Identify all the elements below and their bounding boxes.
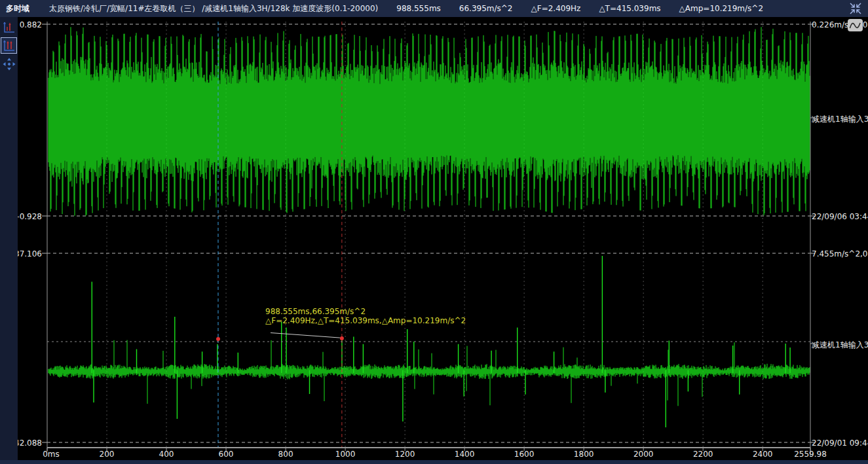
- bottom-strip: [0, 460, 868, 464]
- pan-move-tool-icon[interactable]: [1, 56, 17, 72]
- measurement-point-path: 太原钢铁/冷轧厂/宽幅/11#左卷取机（三） /减速机1轴输入3H/128k 加…: [49, 3, 378, 14]
- dual-cursor-waveform-tool-icon[interactable]: [1, 37, 17, 54]
- toolbar-sidebar: [0, 17, 18, 464]
- single-cursor-waveform-tool-icon[interactable]: [1, 19, 17, 35]
- delta-frequency-reading: △F=2.409Hz: [531, 4, 581, 13]
- top-bar: 多时域 太原钢铁/冷轧厂/宽幅/11#左卷取机（三） /减速机1轴输入3H/12…: [0, 0, 868, 17]
- collapse-window-icon[interactable]: [848, 1, 863, 16]
- waveform-type-icon[interactable]: [848, 19, 863, 31]
- waveform-plot-area[interactable]: 0.882 -0.928 237.106 -142.088 0.226m/s^2…: [0, 17, 868, 460]
- app-window: 多时域 太原钢铁/冷轧厂/宽幅/11#左卷取机（三） /减速机1轴输入3H/12…: [0, 0, 868, 464]
- cursor-amplitude-reading: 66.395m/s^2: [459, 4, 513, 13]
- waveform-canvas[interactable]: [0, 17, 868, 460]
- delta-amplitude-reading: △Amp=10.219m/s^2: [679, 4, 763, 13]
- delta-time-reading: △T=415.039ms: [599, 4, 660, 13]
- cursor-time-reading: 988.555ms: [396, 4, 441, 13]
- view-tab-multi-time-domain[interactable]: 多时域: [6, 3, 29, 14]
